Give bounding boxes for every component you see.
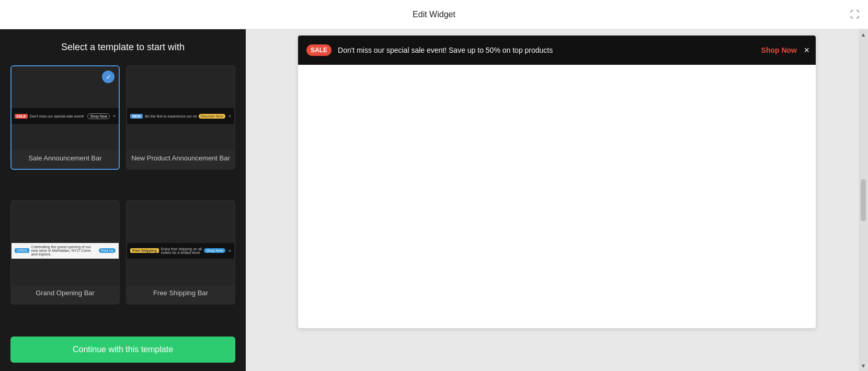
header-title: Edit Widget — [413, 10, 455, 19]
main-layout: Select a template to start with ✓ SALE D… — [0, 29, 868, 371]
mini-sale-badge: SALE — [15, 114, 28, 119]
header: Edit Widget ⛶ — [0, 0, 868, 29]
mini-free-btn: Shop Now — [204, 248, 225, 253]
mini-bar-free-shipping: Free Shipping Enjoy free shipping on all… — [127, 243, 234, 259]
mini-close: × — [113, 113, 116, 119]
scroll-up-icon[interactable]: ▲ — [861, 31, 866, 38]
template-card-sale[interactable]: ✓ SALE Don't miss our special sale event… — [10, 65, 120, 170]
template-label-free-shipping: Free Shipping Bar — [127, 285, 234, 302]
selected-checkmark: ✓ — [102, 71, 115, 83]
mini-open-btn: Find Us — [99, 248, 116, 253]
mini-bar-sale: SALE Don't miss our special sale event! … — [12, 108, 119, 124]
mini-free-badge: Free Shipping — [130, 248, 159, 253]
preview-content — [298, 65, 816, 326]
preview-area: ▲ ▼ SALE Don't miss our special sale eve… — [246, 29, 868, 371]
template-card-grand-opening[interactable]: OPEN Celebrating the grand opening of ou… — [10, 200, 120, 305]
mini-close-4: × — [229, 248, 231, 253]
continue-button[interactable]: Continue with this template — [10, 337, 235, 363]
mini-open-text: Celebrating the grand opening of our new… — [31, 245, 97, 256]
template-label-new-product: New Product Announcement Bar — [127, 150, 234, 167]
template-card-new-product[interactable]: NEW Be the first to experience our newes… — [126, 65, 235, 170]
template-label-sale: Sale Announcement Bar — [12, 150, 119, 167]
shop-now-link[interactable]: Shop Now — [761, 46, 797, 54]
template-preview-new-product: NEW Be the first to experience our newes… — [127, 66, 234, 150]
panel-title: Select a template to start with — [10, 42, 235, 53]
mini-new-badge: NEW — [130, 114, 143, 119]
announcement-bar: SALE Don't miss our special sale event! … — [298, 36, 816, 65]
expand-icon[interactable]: ⛶ — [850, 9, 860, 20]
mini-sale-text: Don't miss our special sale event! Save … — [30, 114, 86, 118]
mini-bar-grand-opening: OPEN Celebrating the grand opening of ou… — [12, 243, 119, 259]
mini-sale-btn: Shop Now — [87, 113, 109, 119]
left-panel: Select a template to start with ✓ SALE D… — [0, 29, 246, 371]
mini-new-text: Be the first to experience our newest in… — [145, 114, 196, 118]
right-panel: 📱 ▲ ▼ SALE Don't miss our special sale e… — [246, 29, 868, 371]
mini-close-2: × — [229, 113, 231, 119]
template-label-grand-opening: Grand Opening Bar — [12, 285, 119, 302]
template-card-free-shipping[interactable]: Free Shipping Enjoy free shipping on all… — [126, 200, 235, 305]
mini-open-badge: OPEN — [15, 248, 29, 253]
scrollbar[interactable]: ▲ ▼ — [859, 29, 868, 371]
scroll-down-icon[interactable]: ▼ — [861, 363, 866, 369]
mini-new-btn: Discover Now — [199, 114, 225, 119]
bar-close-button[interactable]: × — [804, 45, 809, 56]
preview-frame: SALE Don't miss our special sale event! … — [298, 36, 816, 328]
bar-message: Don't miss our special sale event! Save … — [338, 46, 755, 54]
templates-grid: ✓ SALE Don't miss our special sale event… — [10, 65, 235, 328]
mini-free-text: Enjoy free shipping on all orders for a … — [161, 247, 202, 254]
sale-badge: SALE — [306, 44, 332, 56]
template-preview-free-shipping: Free Shipping Enjoy free shipping on all… — [127, 201, 234, 285]
scrollbar-thumb — [861, 179, 866, 221]
template-preview-grand-opening: OPEN Celebrating the grand opening of ou… — [12, 201, 119, 285]
mini-bar-new-product: NEW Be the first to experience our newes… — [127, 108, 234, 124]
